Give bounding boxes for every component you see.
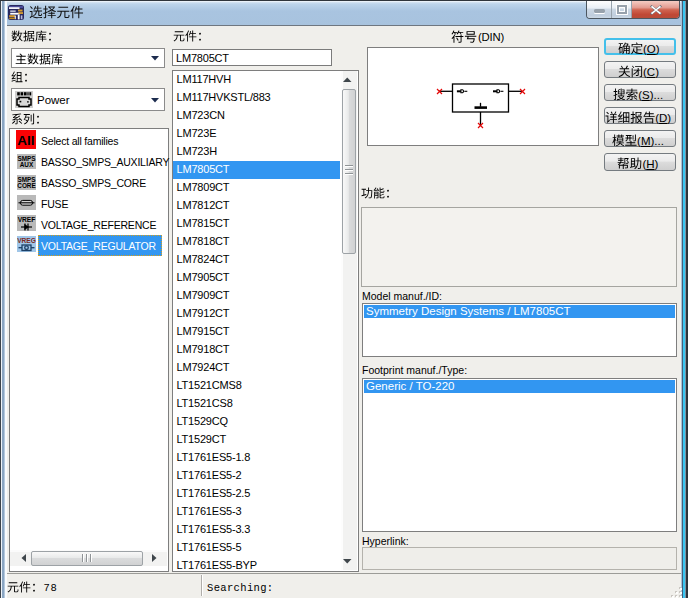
svg-text:VREG: VREG [17, 237, 36, 244]
svg-text:VREF: VREF [18, 216, 36, 223]
svg-text:CORE: CORE [17, 182, 36, 189]
svg-text:All: All [17, 133, 34, 148]
svg-text:AUX: AUX [20, 161, 34, 168]
